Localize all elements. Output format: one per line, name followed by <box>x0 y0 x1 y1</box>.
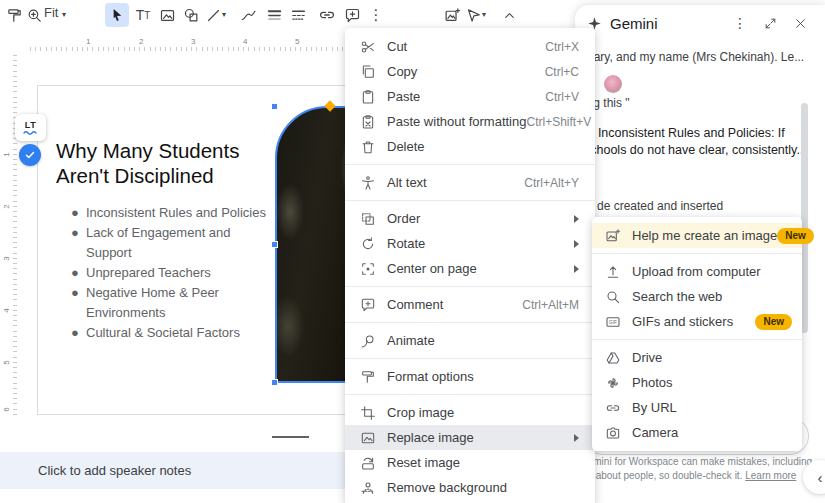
rotate-icon <box>359 235 377 253</box>
toolbar-overflow-button[interactable]: ⋮ <box>364 3 388 27</box>
gemini-response-item: 1. Inconsistent Rules and Policies: If s… <box>584 125 814 159</box>
submenu-item-upload-from-computer[interactable]: Upload from computer <box>592 259 802 284</box>
order-icon <box>359 210 377 228</box>
ruler-number: 3 <box>191 37 195 46</box>
submenu-arrow-icon <box>574 215 579 223</box>
add-comment-button[interactable] <box>340 3 364 27</box>
gif-icon: GIF <box>604 313 622 331</box>
menu-item-rotate[interactable]: Rotate <box>345 231 595 256</box>
resize-handle[interactable] <box>271 241 278 248</box>
check-icon <box>24 149 36 161</box>
menu-divider <box>345 358 595 359</box>
menu-item-crop-image[interactable]: Crop image <box>345 400 595 425</box>
submenu-arrow-icon <box>574 240 579 248</box>
list-item: ●Inconsistent Rules and Policies <box>64 203 274 223</box>
menu-item-format-options[interactable]: Format options <box>345 364 595 389</box>
new-badge: New <box>777 228 814 244</box>
text-box-button[interactable]: TT <box>131 3 155 27</box>
ruler-number: 5 <box>295 37 299 46</box>
border-dash-button[interactable] <box>286 3 310 27</box>
menu-item-paste-without-formatting[interactable]: Paste without formattingCtrl+Shift+V <box>345 109 595 134</box>
insert-link-button[interactable] <box>315 3 339 27</box>
languagetool-label: LT <box>25 120 36 130</box>
slide-title[interactable]: Why Many Students Aren't Disciplined <box>56 138 251 188</box>
menu-divider <box>345 286 595 287</box>
zoom-fit-select[interactable]: Fit ▾ <box>44 5 66 20</box>
google-slides-window: Fit ▾ TT ▾ ⋮ <box>0 0 825 503</box>
collapse-panel-button[interactable]: ‹ <box>803 460 825 494</box>
bullet-dot: ● <box>64 223 86 263</box>
border-weight-button[interactable] <box>262 3 286 27</box>
menu-divider <box>345 394 595 395</box>
menu-divider <box>592 253 802 254</box>
resize-handle[interactable] <box>271 103 278 110</box>
scribble-pen-icon[interactable] <box>236 3 260 27</box>
menu-item-reset-image[interactable]: Reset image <box>345 450 595 475</box>
menu-item-paste[interactable]: PasteCtrl+V <box>345 84 595 109</box>
list-item: ●Negative Home & Peer Environments <box>64 283 274 323</box>
photos-pinwheel-icon <box>604 374 622 392</box>
insert-image-button[interactable] <box>155 3 179 27</box>
ruler-number: 6 <box>2 407 11 411</box>
select-tool-button[interactable] <box>105 3 129 27</box>
submenu-item-help-me-create-an-image[interactable]: Help me create an image New <box>592 223 802 248</box>
languagetool-badge[interactable]: LT <box>15 114 46 141</box>
learn-more-link[interactable]: Learn more <box>745 470 796 481</box>
languagetool-check-button[interactable] <box>19 144 41 166</box>
chevron-down-icon: ▾ <box>62 10 66 19</box>
menu-item-comment[interactable]: CommentCtrl+Alt+M <box>345 292 595 317</box>
menu-item-animate[interactable]: Animate <box>345 328 595 353</box>
comment-icon <box>359 296 377 314</box>
menu-item-copy[interactable]: CopyCtrl+C <box>345 59 595 84</box>
gemini-panel-title: Gemini <box>610 15 723 32</box>
submenu-item-photos[interactable]: Photos <box>592 370 802 395</box>
notes-resize-handle[interactable] <box>272 436 309 438</box>
crop-icon <box>359 404 377 422</box>
close-panel-button[interactable] <box>787 10 813 36</box>
hide-toolbar-button[interactable] <box>497 3 521 27</box>
menu-item-replace-image[interactable]: Replace image <box>345 425 595 450</box>
resize-handle[interactable] <box>271 379 278 386</box>
menu-item-order[interactable]: Order <box>345 206 595 231</box>
ruler-ticks <box>13 55 17 415</box>
gemini-status-text: de created and inserted <box>597 199 723 213</box>
drive-icon <box>604 349 622 367</box>
insert-shape-button[interactable] <box>179 3 203 27</box>
slide-bullet-list[interactable]: ●Inconsistent Rules and Policies ●Lack o… <box>64 203 274 343</box>
line-chevron-down-icon[interactable]: ▾ <box>222 10 226 19</box>
pointer-chevron-down-icon[interactable]: ▾ <box>482 10 486 19</box>
paste-without-formatting-icon <box>359 113 377 131</box>
submenu-item-search-the-web[interactable]: Search the web <box>592 284 802 309</box>
submenu-item-drive[interactable]: Drive <box>592 345 802 370</box>
gemini-message-truncated: erary, and my name (Mrs Chekinah). Le... <box>583 50 811 64</box>
menu-item-remove-background[interactable]: Remove background <box>345 475 595 500</box>
ruler-number: 2 <box>2 204 11 208</box>
help-create-image-icon <box>604 227 622 245</box>
menu-item-cut[interactable]: CutCtrl+X <box>345 34 595 59</box>
trash-icon <box>359 138 377 156</box>
submenu-item-camera[interactable]: Camera <box>592 420 802 445</box>
menu-divider <box>345 164 595 165</box>
user-avatar <box>604 75 622 93</box>
gemini-menu-button[interactable]: ⋮ <box>727 10 753 36</box>
image-context-menu: CutCtrl+X CopyCtrl+C PasteCtrl+V Paste w… <box>345 28 595 503</box>
paste-icon <box>359 88 377 106</box>
ruler-number: 5 <box>2 360 11 364</box>
panel-scrollbar[interactable] <box>801 103 808 333</box>
replace-image-icon <box>359 429 377 447</box>
submenu-arrow-icon <box>574 434 579 442</box>
menu-item-delete[interactable]: Delete <box>345 134 595 159</box>
expand-panel-button[interactable] <box>757 10 783 36</box>
ruler-number: 2 <box>139 37 143 46</box>
menu-divider <box>345 200 595 201</box>
search-icon <box>604 288 622 306</box>
ruler-number: 1 <box>2 152 11 156</box>
zoom-icon[interactable] <box>22 3 46 27</box>
ruler-number: 3 <box>2 256 11 260</box>
upload-icon <box>604 263 622 281</box>
submenu-item-by-url[interactable]: By URL <box>592 395 802 420</box>
reset-image-icon <box>359 454 377 472</box>
menu-item-center-on-page[interactable]: Center on page <box>345 256 595 281</box>
submenu-item-gifs-and-stickers[interactable]: GIF GIFs and stickers New <box>592 309 802 334</box>
menu-item-alt-text[interactable]: Alt textCtrl+Alt+Y <box>345 170 595 195</box>
